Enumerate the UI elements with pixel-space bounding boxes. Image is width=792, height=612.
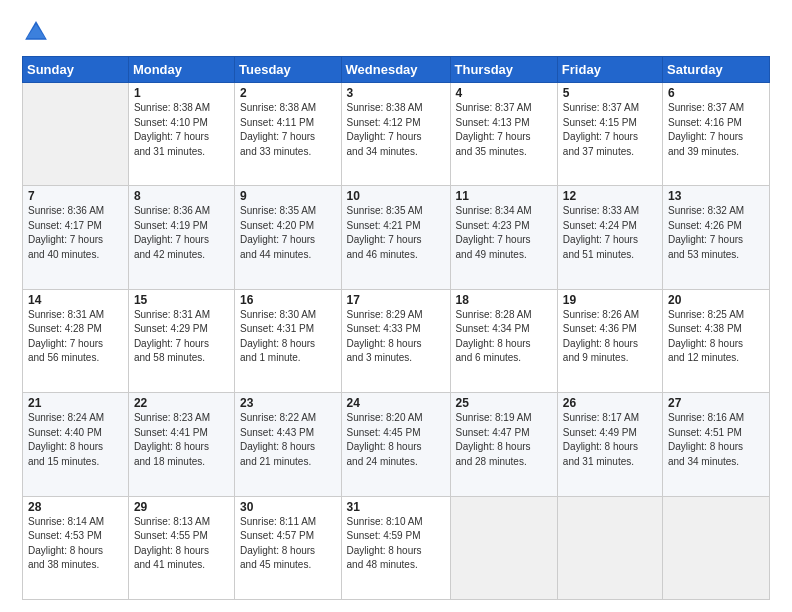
calendar-cell: 15Sunrise: 8:31 AM Sunset: 4:29 PM Dayli… xyxy=(128,289,234,392)
day-info: Sunrise: 8:37 AM Sunset: 4:13 PM Dayligh… xyxy=(456,101,552,159)
day-info: Sunrise: 8:14 AM Sunset: 4:53 PM Dayligh… xyxy=(28,515,123,573)
day-info: Sunrise: 8:17 AM Sunset: 4:49 PM Dayligh… xyxy=(563,411,657,469)
calendar-cell: 16Sunrise: 8:30 AM Sunset: 4:31 PM Dayli… xyxy=(235,289,341,392)
day-number: 25 xyxy=(456,396,552,410)
day-info: Sunrise: 8:38 AM Sunset: 4:11 PM Dayligh… xyxy=(240,101,335,159)
day-info: Sunrise: 8:23 AM Sunset: 4:41 PM Dayligh… xyxy=(134,411,229,469)
day-number: 30 xyxy=(240,500,335,514)
calendar-cell: 27Sunrise: 8:16 AM Sunset: 4:51 PM Dayli… xyxy=(662,393,769,496)
day-number: 27 xyxy=(668,396,764,410)
day-info: Sunrise: 8:20 AM Sunset: 4:45 PM Dayligh… xyxy=(347,411,445,469)
day-number: 31 xyxy=(347,500,445,514)
calendar-cell: 24Sunrise: 8:20 AM Sunset: 4:45 PM Dayli… xyxy=(341,393,450,496)
day-number: 29 xyxy=(134,500,229,514)
day-info: Sunrise: 8:37 AM Sunset: 4:16 PM Dayligh… xyxy=(668,101,764,159)
day-number: 17 xyxy=(347,293,445,307)
calendar-cell: 5Sunrise: 8:37 AM Sunset: 4:15 PM Daylig… xyxy=(557,83,662,186)
weekday-header-monday: Monday xyxy=(128,57,234,83)
calendar-cell: 25Sunrise: 8:19 AM Sunset: 4:47 PM Dayli… xyxy=(450,393,557,496)
day-number: 2 xyxy=(240,86,335,100)
calendar-cell: 10Sunrise: 8:35 AM Sunset: 4:21 PM Dayli… xyxy=(341,186,450,289)
week-row-3: 21Sunrise: 8:24 AM Sunset: 4:40 PM Dayli… xyxy=(23,393,770,496)
calendar-cell xyxy=(450,496,557,599)
day-info: Sunrise: 8:19 AM Sunset: 4:47 PM Dayligh… xyxy=(456,411,552,469)
day-info: Sunrise: 8:28 AM Sunset: 4:34 PM Dayligh… xyxy=(456,308,552,366)
calendar-cell: 7Sunrise: 8:36 AM Sunset: 4:17 PM Daylig… xyxy=(23,186,129,289)
day-number: 11 xyxy=(456,189,552,203)
calendar-cell: 21Sunrise: 8:24 AM Sunset: 4:40 PM Dayli… xyxy=(23,393,129,496)
calendar-cell: 12Sunrise: 8:33 AM Sunset: 4:24 PM Dayli… xyxy=(557,186,662,289)
calendar-cell: 9Sunrise: 8:35 AM Sunset: 4:20 PM Daylig… xyxy=(235,186,341,289)
day-number: 26 xyxy=(563,396,657,410)
calendar-cell: 31Sunrise: 8:10 AM Sunset: 4:59 PM Dayli… xyxy=(341,496,450,599)
calendar-cell: 1Sunrise: 8:38 AM Sunset: 4:10 PM Daylig… xyxy=(128,83,234,186)
day-info: Sunrise: 8:30 AM Sunset: 4:31 PM Dayligh… xyxy=(240,308,335,366)
calendar-table: SundayMondayTuesdayWednesdayThursdayFrid… xyxy=(22,56,770,600)
day-number: 19 xyxy=(563,293,657,307)
calendar-cell: 8Sunrise: 8:36 AM Sunset: 4:19 PM Daylig… xyxy=(128,186,234,289)
day-number: 8 xyxy=(134,189,229,203)
week-row-4: 28Sunrise: 8:14 AM Sunset: 4:53 PM Dayli… xyxy=(23,496,770,599)
calendar-cell: 26Sunrise: 8:17 AM Sunset: 4:49 PM Dayli… xyxy=(557,393,662,496)
day-number: 6 xyxy=(668,86,764,100)
calendar-cell: 13Sunrise: 8:32 AM Sunset: 4:26 PM Dayli… xyxy=(662,186,769,289)
calendar-cell: 20Sunrise: 8:25 AM Sunset: 4:38 PM Dayli… xyxy=(662,289,769,392)
calendar-cell: 6Sunrise: 8:37 AM Sunset: 4:16 PM Daylig… xyxy=(662,83,769,186)
day-number: 7 xyxy=(28,189,123,203)
day-number: 16 xyxy=(240,293,335,307)
calendar-cell: 14Sunrise: 8:31 AM Sunset: 4:28 PM Dayli… xyxy=(23,289,129,392)
calendar-cell: 4Sunrise: 8:37 AM Sunset: 4:13 PM Daylig… xyxy=(450,83,557,186)
day-info: Sunrise: 8:24 AM Sunset: 4:40 PM Dayligh… xyxy=(28,411,123,469)
weekday-header-wednesday: Wednesday xyxy=(341,57,450,83)
weekday-header-sunday: Sunday xyxy=(23,57,129,83)
day-number: 14 xyxy=(28,293,123,307)
calendar-cell: 18Sunrise: 8:28 AM Sunset: 4:34 PM Dayli… xyxy=(450,289,557,392)
day-info: Sunrise: 8:13 AM Sunset: 4:55 PM Dayligh… xyxy=(134,515,229,573)
calendar-cell xyxy=(23,83,129,186)
week-row-1: 7Sunrise: 8:36 AM Sunset: 4:17 PM Daylig… xyxy=(23,186,770,289)
day-number: 20 xyxy=(668,293,764,307)
day-number: 13 xyxy=(668,189,764,203)
calendar-cell: 3Sunrise: 8:38 AM Sunset: 4:12 PM Daylig… xyxy=(341,83,450,186)
day-info: Sunrise: 8:16 AM Sunset: 4:51 PM Dayligh… xyxy=(668,411,764,469)
day-info: Sunrise: 8:35 AM Sunset: 4:21 PM Dayligh… xyxy=(347,204,445,262)
weekday-header-thursday: Thursday xyxy=(450,57,557,83)
calendar-cell xyxy=(557,496,662,599)
logo xyxy=(22,18,54,46)
day-info: Sunrise: 8:38 AM Sunset: 4:10 PM Dayligh… xyxy=(134,101,229,159)
day-number: 15 xyxy=(134,293,229,307)
calendar-cell: 28Sunrise: 8:14 AM Sunset: 4:53 PM Dayli… xyxy=(23,496,129,599)
day-info: Sunrise: 8:35 AM Sunset: 4:20 PM Dayligh… xyxy=(240,204,335,262)
day-number: 10 xyxy=(347,189,445,203)
calendar-cell: 22Sunrise: 8:23 AM Sunset: 4:41 PM Dayli… xyxy=(128,393,234,496)
calendar-body: 1Sunrise: 8:38 AM Sunset: 4:10 PM Daylig… xyxy=(23,83,770,600)
logo-icon xyxy=(22,18,50,46)
weekday-row: SundayMondayTuesdayWednesdayThursdayFrid… xyxy=(23,57,770,83)
svg-marker-1 xyxy=(27,24,46,38)
day-info: Sunrise: 8:25 AM Sunset: 4:38 PM Dayligh… xyxy=(668,308,764,366)
day-number: 3 xyxy=(347,86,445,100)
day-number: 21 xyxy=(28,396,123,410)
calendar-cell: 19Sunrise: 8:26 AM Sunset: 4:36 PM Dayli… xyxy=(557,289,662,392)
day-info: Sunrise: 8:11 AM Sunset: 4:57 PM Dayligh… xyxy=(240,515,335,573)
day-info: Sunrise: 8:26 AM Sunset: 4:36 PM Dayligh… xyxy=(563,308,657,366)
week-row-2: 14Sunrise: 8:31 AM Sunset: 4:28 PM Dayli… xyxy=(23,289,770,392)
day-info: Sunrise: 8:37 AM Sunset: 4:15 PM Dayligh… xyxy=(563,101,657,159)
day-number: 23 xyxy=(240,396,335,410)
calendar-header: SundayMondayTuesdayWednesdayThursdayFrid… xyxy=(23,57,770,83)
day-number: 22 xyxy=(134,396,229,410)
day-info: Sunrise: 8:31 AM Sunset: 4:29 PM Dayligh… xyxy=(134,308,229,366)
calendar-cell: 23Sunrise: 8:22 AM Sunset: 4:43 PM Dayli… xyxy=(235,393,341,496)
week-row-0: 1Sunrise: 8:38 AM Sunset: 4:10 PM Daylig… xyxy=(23,83,770,186)
day-info: Sunrise: 8:32 AM Sunset: 4:26 PM Dayligh… xyxy=(668,204,764,262)
header xyxy=(22,18,770,46)
weekday-header-tuesday: Tuesday xyxy=(235,57,341,83)
weekday-header-saturday: Saturday xyxy=(662,57,769,83)
day-number: 4 xyxy=(456,86,552,100)
page: SundayMondayTuesdayWednesdayThursdayFrid… xyxy=(0,0,792,612)
day-info: Sunrise: 8:36 AM Sunset: 4:19 PM Dayligh… xyxy=(134,204,229,262)
day-info: Sunrise: 8:29 AM Sunset: 4:33 PM Dayligh… xyxy=(347,308,445,366)
calendar-cell: 11Sunrise: 8:34 AM Sunset: 4:23 PM Dayli… xyxy=(450,186,557,289)
day-number: 1 xyxy=(134,86,229,100)
day-info: Sunrise: 8:38 AM Sunset: 4:12 PM Dayligh… xyxy=(347,101,445,159)
